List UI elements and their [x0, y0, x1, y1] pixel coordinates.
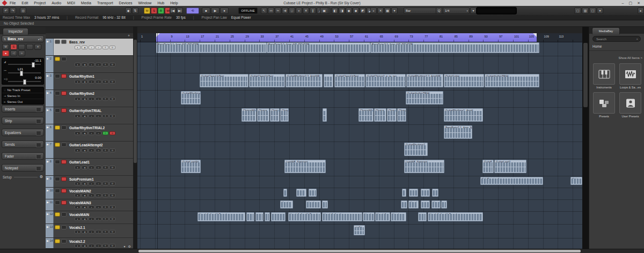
track-edit-button[interactable]: e — [89, 114, 94, 118]
audio-event-Choru[interactable]: Choru — [387, 108, 397, 122]
audio-event[interactable] — [255, 212, 264, 221]
track-row-VocalsMAIN[interactable]: ▶12VocalsMAIN●◀e∞RW — [46, 211, 133, 224]
toolbar-button-layout-2[interactable]: ▥ — [582, 8, 589, 14]
audio-event-GuitarCleanUpTest[interactable]: GuitarCleanUpTest — [334, 74, 365, 87]
audio-event-BassRetry2.1_Amp_NR_REVERB[interactable]: BassRetry2.1_Amp_NR_REVERB — [156, 42, 267, 53]
toolbar-button-tool-range[interactable]: ▭ — [268, 8, 274, 14]
track-solo-button[interactable] — [61, 40, 67, 44]
mediabay-tile-user-presets[interactable]: User Presets — [619, 92, 641, 118]
toolbar-button-snap-menu[interactable]: ▾ — [391, 8, 398, 14]
inspector-freeze-button[interactable]: ✕ — [34, 44, 41, 50]
track-edit-button[interactable]: e — [89, 230, 94, 234]
track-lane-button[interactable]: ∞ — [96, 131, 101, 135]
inspector-monitor-button[interactable]: ◁ — [10, 50, 17, 56]
pan-slider-thumb[interactable] — [20, 71, 23, 76]
vertical-scroll-thumb[interactable] — [583, 43, 588, 107]
delay-slider-thumb[interactable] — [23, 79, 26, 85]
track-read-button[interactable]: R — [103, 230, 108, 234]
audio-event-GuitarRhythms2.2_AmpNR[interactable]: GuitarRhythms2.2_AmpNR — [406, 74, 443, 87]
audio-event[interactable] — [309, 189, 317, 197]
track-lane-button[interactable]: ∞ — [96, 80, 101, 84]
track-lane-button[interactable]: ∞ — [96, 114, 101, 118]
track-header[interactable]: GuitarLead1●◀e∞RW — [53, 159, 133, 175]
audio-event[interactable] — [432, 189, 438, 197]
audio-event-ChorusWh[interactable]: ChorusWh — [241, 108, 257, 122]
audio-event-Choru[interactable]: Choru — [270, 108, 280, 122]
expand-arrow-icon[interactable]: ▶ — [47, 57, 49, 60]
track-number-strip[interactable]: ▶3 — [46, 73, 54, 90]
gear-icon[interactable]: ⚙ — [40, 175, 43, 179]
toolbar-field-offline[interactable]: OFFLINE — [238, 8, 258, 14]
toolbar-button-mute-all[interactable]: M — [144, 8, 150, 14]
track-solo-button[interactable] — [61, 239, 67, 243]
toolbar-button-stop[interactable]: ■ — [202, 8, 210, 14]
audio-event-Vocal[interactable]: Vocal — [363, 212, 375, 221]
track-record-button[interactable]: ● — [75, 97, 80, 101]
mediabay-tile-instruments[interactable]: Instruments — [593, 63, 615, 89]
track-monitor-button[interactable]: ◀ — [82, 148, 87, 152]
track-record-button[interactable]: ● — [75, 63, 80, 66]
track-write-button[interactable]: W — [109, 244, 115, 248]
track-number-strip[interactable]: ▶1 — [46, 39, 54, 55]
audio-event-OutroGuitar[interactable]: OutroGuitar — [444, 74, 484, 87]
track-number-strip[interactable]: ▶5 — [46, 107, 54, 124]
toolbar-button-grid-onoff[interactable]: ▦ — [384, 8, 391, 14]
audio-event[interactable] — [441, 200, 447, 209]
track-solo-button[interactable] — [61, 108, 67, 113]
expand-arrow-icon[interactable]: ▶ — [47, 225, 49, 228]
track-read-button[interactable]: R — [103, 166, 108, 169]
audio-event[interactable] — [401, 200, 407, 209]
volume-slider-thumb[interactable] — [32, 62, 35, 68]
track-read-button[interactable]: R — [103, 217, 108, 221]
track-record-button[interactable]: ● — [75, 230, 80, 234]
track-lanes[interactable]: BassRetry2.1_Amp_NR_REVERBBassRetry2.1_A… — [137, 42, 582, 249]
track-record-button[interactable]: ● — [75, 205, 80, 209]
toolbar-button-win-zone-3[interactable]: ◩ — [360, 8, 366, 14]
track-row-2[interactable]: ▶2●◀e∞RW — [46, 56, 133, 73]
track-number-strip[interactable]: ▶2 — [46, 56, 54, 72]
track-solo-button[interactable] — [61, 57, 67, 61]
expand-arrow-icon[interactable]: ▶ — [47, 189, 49, 192]
audio-event-GuitarCleanUpTest[interactable]: GuitarCleanUpTest — [200, 74, 248, 87]
track-lane-button[interactable]: ∞ — [96, 217, 101, 221]
audio-event-BassRetry2.1_Amp_NR_REVERB[interactable]: BassRetry2.1_Amp_NR_REVERB — [370, 42, 539, 53]
track-mute-button[interactable] — [55, 189, 60, 193]
input-routing-field[interactable]: ⇥Stereo In — [2, 93, 43, 99]
expand-arrow-icon[interactable]: ▶ — [47, 239, 49, 242]
track-lane-button[interactable]: ∞ — [96, 182, 101, 185]
expand-arrow-icon[interactable]: ▶ — [47, 125, 49, 129]
menu-transport[interactable]: Transport — [97, 1, 113, 5]
track-lane-button[interactable]: ∞ — [96, 46, 101, 49]
toolbar-button-tool-mute[interactable]: ✕ — [303, 8, 309, 14]
track-row-Vocals2.1[interactable]: ▶13Vocals2.1●◀e∞RW — [46, 224, 133, 238]
track-monitor-button[interactable]: ◀ — [82, 114, 87, 118]
inspector-section-notepad[interactable]: Notepad — [2, 164, 44, 172]
audio-event-Vocals6_AmplifyReverb[interactable]: Vocals6_AmplifyReverb — [288, 212, 321, 221]
track-row-GuitarrhythmTRIAL[interactable]: ▶5GuitarrhythmTRIAL●◀e∞RW — [46, 107, 133, 124]
track-solo-button[interactable] — [61, 225, 67, 229]
toolbar-button-quantize-icon[interactable]: Q — [436, 8, 442, 14]
toolbar-button-tool-erase[interactable]: ◇ — [289, 8, 295, 14]
track-number-strip[interactable]: ▶14 — [46, 238, 54, 248]
audio-event-Vocals2[interactable]: Vocals2 — [375, 212, 390, 221]
track-read-button[interactable]: R — [103, 205, 108, 209]
track-read-button[interactable]: R — [103, 148, 108, 152]
audio-event-ChorusV[interactable]: ChorusV — [397, 108, 406, 122]
audio-event-Vocals6_Ampli[interactable]: Vocals6_Ampli — [322, 212, 362, 221]
track-header[interactable]: VocalsMAIN2●◀e∞RW — [53, 188, 133, 199]
toolbar-button-snap-onoff[interactable]: ✕ — [377, 8, 384, 14]
track-record-button[interactable]: ● — [75, 148, 80, 152]
toolbar-button-tool-glue[interactable]: ⇉ — [282, 8, 288, 14]
toolbar-button-marker-2[interactable]: ◆ — [353, 8, 359, 14]
toolbar-button-undo[interactable]: ↶ — [3, 8, 9, 14]
audio-event-GuitarRhythms2[interactable]: GuitarRhythms2 — [181, 91, 201, 105]
audio-event-GuitarLeadAtt[interactable]: GuitarLeadAtt — [181, 160, 201, 173]
audio-event-Vocal[interactable]: Vocal — [408, 200, 419, 209]
track-number-strip[interactable]: ▶11 — [46, 199, 54, 211]
vertical-scrollbar[interactable] — [582, 27, 589, 249]
audio-event[interactable] — [409, 189, 418, 197]
toolbar-button-tool-zoom[interactable]: ⌖ — [296, 8, 302, 14]
track-solo-button[interactable] — [61, 143, 67, 147]
event-display[interactable]: 1913172125293337414549535761656973778185… — [137, 27, 582, 249]
menu-audio[interactable]: Audio — [52, 1, 61, 5]
